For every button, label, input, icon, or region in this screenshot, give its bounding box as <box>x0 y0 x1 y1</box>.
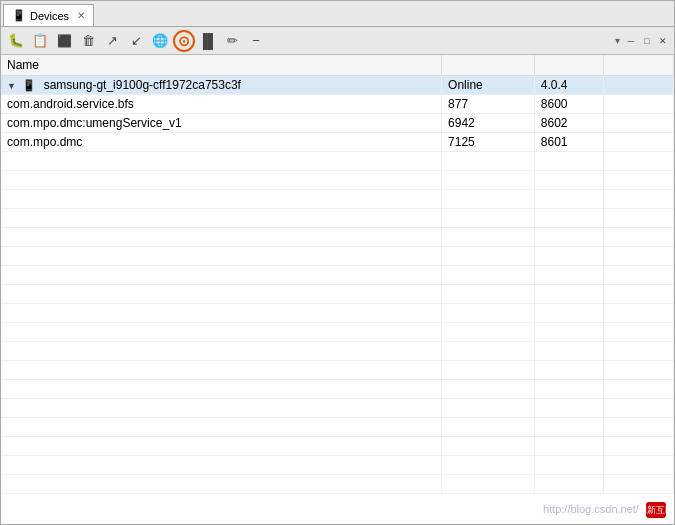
minimize-button[interactable]: ─ <box>624 34 638 48</box>
table-row <box>1 208 674 227</box>
table-row <box>1 303 674 322</box>
table-row <box>1 474 674 493</box>
table-row <box>1 379 674 398</box>
devices-tab-label: Devices <box>30 10 69 22</box>
process-pid-cell-0: 877 <box>442 94 535 113</box>
process-pid-0: 877 <box>448 97 468 111</box>
table-row <box>1 189 674 208</box>
table-row <box>1 455 674 474</box>
process-port-2: 8601 <box>541 135 568 149</box>
ddms-icon[interactable]: ⊙ <box>173 30 195 52</box>
process-pid-cell-2: 7125 <box>442 132 535 151</box>
edit-icon[interactable]: ✏ <box>221 30 243 52</box>
table-row[interactable]: com.android.service.bfs 877 8600 <box>1 94 674 113</box>
table-row <box>1 436 674 455</box>
process-port-0: 8600 <box>541 97 568 111</box>
table-row <box>1 284 674 303</box>
main-panel: 📱 Devices ✕ 🐛 📋 ⬛ 🗑 ↗ ↙ 🌐 ⊙ ▐▌ ✏ − ▾ ─ □… <box>0 0 675 525</box>
process-name-0: com.android.service.bfs <box>7 97 134 111</box>
toolbar: 🐛 📋 ⬛ 🗑 ↗ ↙ 🌐 ⊙ ▐▌ ✏ − ▾ ─ □ ✕ <box>1 27 674 55</box>
maximize-button[interactable]: □ <box>640 34 654 48</box>
col-header-status <box>442 55 535 75</box>
process-name-2: com.mpo.dmc <box>7 135 82 149</box>
debug-icon[interactable]: 🐛 <box>5 30 27 52</box>
process-extra-cell-1 <box>604 113 674 132</box>
table-row[interactable]: com.mpo.dmc 7125 8601 <box>1 132 674 151</box>
device-port1-cell: 4.0.4 <box>534 75 604 94</box>
table-row <box>1 360 674 379</box>
process-name-cell: com.mpo.dmc:umengService_v1 <box>1 113 442 132</box>
globe-icon[interactable]: 🌐 <box>149 30 171 52</box>
table-row <box>1 417 674 436</box>
col-header-name: Name <box>1 55 442 75</box>
process-port-1: 8602 <box>541 116 568 130</box>
process-name-cell: com.mpo.dmc <box>1 132 442 151</box>
close-button[interactable]: ✕ <box>656 34 670 48</box>
table-row <box>1 341 674 360</box>
tab-bar: 📱 Devices ✕ <box>1 1 674 27</box>
table-scroll-container[interactable]: Name ▼ 📱 samsung-gt_i9100g-cff1972ca753c… <box>1 55 674 524</box>
table-row[interactable]: ▼ 📱 samsung-gt_i9100g-cff1972ca753c3f On… <box>1 75 674 94</box>
dropdown-arrow[interactable]: ▾ <box>613 33 622 48</box>
tree-toggle-icon[interactable]: ▼ <box>7 81 19 91</box>
process-name-1: com.mpo.dmc:umengService_v1 <box>7 116 182 130</box>
table-row <box>1 227 674 246</box>
process-port-cell-2: 8601 <box>534 132 604 151</box>
devices-tab-icon: 📱 <box>12 9 26 22</box>
device-status: Online <box>448 78 483 92</box>
table-row[interactable]: com.mpo.dmc:umengService_v1 6942 8602 <box>1 113 674 132</box>
process-pid-2: 7125 <box>448 135 475 149</box>
minus-icon[interactable]: − <box>245 30 267 52</box>
process-extra-cell-0 <box>604 94 674 113</box>
process-port-cell-0: 8600 <box>534 94 604 113</box>
device-name-cell: ▼ 📱 samsung-gt_i9100g-cff1972ca753c3f <box>1 75 442 94</box>
table-row <box>1 398 674 417</box>
process-pid-cell-1: 6942 <box>442 113 535 132</box>
delete-icon[interactable]: 🗑 <box>77 30 99 52</box>
table-row <box>1 170 674 189</box>
bar-chart-icon[interactable]: ▐▌ <box>197 30 219 52</box>
process-pid-1: 6942 <box>448 116 475 130</box>
phone-icon: 📱 <box>22 79 36 92</box>
device-status-cell: Online <box>442 75 535 94</box>
devices-table: Name ▼ 📱 samsung-gt_i9100g-cff1972ca753c… <box>1 55 674 494</box>
devices-tab-close[interactable]: ✕ <box>77 10 85 21</box>
process-name-cell: com.android.service.bfs <box>1 94 442 113</box>
devices-tab[interactable]: 📱 Devices ✕ <box>3 4 94 26</box>
arrow1-icon[interactable]: ↗ <box>101 30 123 52</box>
table-row <box>1 265 674 284</box>
screenshot-icon[interactable]: ⬛ <box>53 30 75 52</box>
clipboard-icon[interactable]: 📋 <box>29 30 51 52</box>
device-port1: 4.0.4 <box>541 78 568 92</box>
table-row <box>1 322 674 341</box>
table-row <box>1 246 674 265</box>
col-header-port1 <box>534 55 604 75</box>
table-row <box>1 151 674 170</box>
content-area: Name ▼ 📱 samsung-gt_i9100g-cff1972ca753c… <box>1 55 674 524</box>
device-port2-cell <box>604 75 674 94</box>
device-name: samsung-gt_i9100g-cff1972ca753c3f <box>44 78 241 92</box>
process-extra-cell-2 <box>604 132 674 151</box>
process-port-cell-1: 8602 <box>534 113 604 132</box>
col-header-port2 <box>604 55 674 75</box>
arrow2-icon[interactable]: ↙ <box>125 30 147 52</box>
